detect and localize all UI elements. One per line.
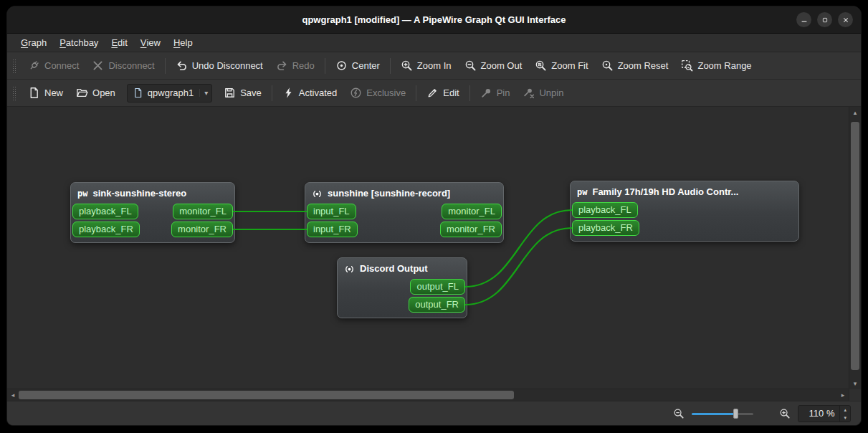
toolbar-button-label: Center <box>352 60 380 71</box>
toolbar-button-label: Open <box>92 87 115 98</box>
record-icon <box>312 189 323 199</box>
canvas-area: pwsink-sunshine-stereoplayback_FLplaybac… <box>7 107 861 401</box>
toolbar-button-pin[interactable]: Pin <box>474 83 517 103</box>
zoom-slider-thumb[interactable] <box>733 409 738 419</box>
combo-value: qpwgraph1 <box>148 87 194 98</box>
pipewire-icon: pw <box>77 188 87 199</box>
toolbar-patchbay: NewOpenqpwgraph1▾SaveActivatedExclusiveE… <box>7 80 861 107</box>
unpin-icon <box>523 87 535 99</box>
toolbar-button-zoom-fit[interactable]: Zoom Fit <box>528 56 594 75</box>
graph-node-discord[interactable]: Discord Outputoutput_FLoutput_FR <box>337 257 467 318</box>
disconnect-icon <box>92 60 104 72</box>
scroll-left-arrow[interactable]: ◂ <box>7 389 19 401</box>
scroll-right-arrow[interactable]: ▸ <box>837 389 849 401</box>
zoom-in-icon[interactable] <box>779 408 791 419</box>
toolbar-button-zoom-range[interactable]: Zoom Range <box>674 56 758 75</box>
toolbar-separator <box>165 58 166 74</box>
vscroll-track[interactable] <box>849 118 861 378</box>
status-bar: 110 % ▴ ▾ <box>7 401 861 425</box>
toolbar-button-open[interactable]: Open <box>70 83 122 103</box>
save-icon <box>224 87 236 99</box>
wires-layer <box>7 107 849 389</box>
port-monitor_FR[interactable]: monitor_FR <box>171 222 233 237</box>
menu-item-view[interactable]: View <box>134 34 167 52</box>
toolbar-button-label: Activated <box>299 87 337 98</box>
graph-canvas[interactable]: pwsink-sunshine-stereoplayback_FLplaybac… <box>7 107 849 389</box>
toolbar-button-label: Zoom Reset <box>618 60 669 71</box>
toolbar-drag-handle[interactable] <box>12 59 17 73</box>
title-bar[interactable]: qpwgraph1 [modified] — A PipeWire Graph … <box>7 6 861 34</box>
toolbar-button-save[interactable]: Save <box>217 83 268 103</box>
menu-item-help[interactable]: Help <box>167 34 199 52</box>
toolbar-button-undo-disconnect[interactable]: Undo Disconnect <box>169 56 270 75</box>
close-button[interactable] <box>838 12 853 27</box>
horizontal-scrollbar[interactable]: ◂ ▸ <box>7 389 849 401</box>
undo-icon <box>176 60 188 72</box>
port-playback_FR[interactable]: playback_FR <box>72 222 140 237</box>
hscroll-thumb[interactable] <box>19 391 514 399</box>
toolbar-button-connect[interactable]: Connect <box>22 56 85 75</box>
toolbar-button-center[interactable]: Center <box>329 56 386 75</box>
toolbar-button-label: Exclusive <box>366 87 406 98</box>
port-playback_FL[interactable]: playback_FL <box>572 202 638 218</box>
toolbar-button-unpin[interactable]: Unpin <box>516 83 570 103</box>
menu-item-graph[interactable]: Graph <box>14 34 53 52</box>
node-header: pwsink-sunshine-stereo <box>71 183 234 202</box>
minimize-button[interactable] <box>796 12 811 27</box>
hscroll-track[interactable] <box>19 389 837 401</box>
zoom-percent-value: 110 % <box>804 408 834 419</box>
port-playback_FR[interactable]: playback_FR <box>572 220 639 236</box>
toolbar-button-label: New <box>44 87 63 98</box>
maximize-icon <box>821 16 829 24</box>
vertical-scrollbar[interactable]: ▴ ▾ <box>849 107 861 389</box>
scroll-down-arrow[interactable]: ▾ <box>849 378 861 389</box>
toolbar-button-edit[interactable]: Edit <box>420 83 465 103</box>
port-output_FL[interactable]: output_FL <box>410 279 465 295</box>
toolbar-button-zoom-reset[interactable]: Zoom Reset <box>595 56 675 75</box>
toolbar-button-zoom-in[interactable]: Zoom In <box>394 56 458 75</box>
graph-node-family[interactable]: pwFamily 17h/19h HD Audio Contr...playba… <box>570 181 799 242</box>
toolbar-button-label: Zoom Fit <box>551 60 588 71</box>
edit-icon <box>426 87 439 99</box>
scroll-up-arrow[interactable]: ▴ <box>849 107 861 118</box>
maximize-button[interactable] <box>817 12 832 27</box>
zoom-spinbox[interactable]: 110 % ▴ ▾ <box>798 405 851 422</box>
graph-node-sink[interactable]: pwsink-sunshine-stereoplayback_FLplaybac… <box>70 182 235 243</box>
port-input_FR[interactable]: input_FR <box>307 222 358 237</box>
toolbar-button-exclusive[interactable]: Exclusive <box>343 83 412 103</box>
node-title: sunshine [sunshine-record] <box>328 188 450 199</box>
connect-icon <box>28 60 40 72</box>
app-window: qpwgraph1 [modified] — A PipeWire Graph … <box>6 6 862 426</box>
port-playback_FL[interactable]: playback_FL <box>72 204 138 219</box>
zoom-spin-down[interactable]: ▾ <box>840 414 850 422</box>
menu-item-edit[interactable]: Edit <box>105 34 133 52</box>
toolbar-button-zoom-out[interactable]: Zoom Out <box>458 56 529 75</box>
graph-node-sunshine[interactable]: sunshine [sunshine-record]input_FLinput_… <box>305 182 504 243</box>
bolt-icon <box>282 87 295 99</box>
toolbar-button-label: Undo Disconnect <box>192 60 263 71</box>
menu-item-patchbay[interactable]: Patchbay <box>53 34 105 52</box>
port-monitor_FR[interactable]: monitor_FR <box>440 222 502 237</box>
toolbar-drag-handle[interactable] <box>12 86 17 100</box>
patchbay-profile-combo[interactable]: qpwgraph1▾ <box>127 84 212 103</box>
zoom-spin-up[interactable]: ▴ <box>840 406 850 414</box>
toolbar-button-label: Save <box>240 87 262 98</box>
port-monitor_FL[interactable]: monitor_FL <box>442 204 502 219</box>
new-icon <box>28 87 40 99</box>
toolbar-button-disconnect[interactable]: Disconnect <box>85 56 161 75</box>
port-monitor_FL[interactable]: monitor_FL <box>173 204 233 219</box>
toolbar-button-new[interactable]: New <box>22 83 70 103</box>
zoom-out-icon[interactable] <box>673 408 685 419</box>
toolbar-button-label: Edit <box>443 87 459 98</box>
zoom-slider[interactable] <box>692 407 753 420</box>
vscroll-thumb[interactable] <box>851 122 859 370</box>
toolbar-button-redo[interactable]: Redo <box>270 56 321 75</box>
node-header: sunshine [sunshine-record] <box>305 183 503 202</box>
port-input_FL[interactable]: input_FL <box>307 204 356 219</box>
center-icon <box>335 60 348 72</box>
record-source-icon <box>312 189 323 199</box>
toolbar-button-label: Disconnect <box>108 60 154 71</box>
toolbar-button-activated[interactable]: Activated <box>276 83 343 103</box>
port-output_FR[interactable]: output_FR <box>409 297 465 313</box>
open-icon <box>76 87 88 99</box>
